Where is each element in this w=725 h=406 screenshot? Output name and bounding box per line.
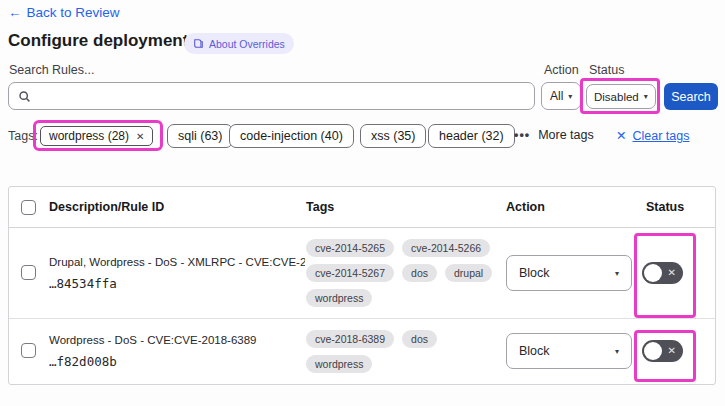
action-select[interactable]: Block ▾: [506, 255, 632, 291]
more-tags-button[interactable]: ••• More tags: [514, 128, 594, 142]
rule-tag: drupal: [445, 264, 492, 282]
rules-table: Description/Rule ID Tags Action Status D…: [8, 186, 716, 385]
rule-description-cell: Drupal, Wordpress - DoS - XMLRPC - CVE:C…: [49, 228, 305, 318]
tag-chip-xss[interactable]: xss (35): [360, 124, 426, 148]
action-select-value: Block: [519, 266, 550, 280]
status-filter-label: Status: [589, 63, 624, 77]
col-header-status: Status: [646, 187, 684, 228]
about-overrides-label: About Overrides: [209, 38, 285, 50]
rule-id: …f82d008b: [49, 354, 305, 369]
configure-deployment-screen: ← Back to Review Configure deployment Ab…: [0, 0, 725, 406]
clear-tags-button[interactable]: ✕ Clear tags: [616, 128, 689, 143]
action-filter-label: Action: [544, 63, 579, 77]
col-header-action: Action: [506, 187, 545, 228]
book-icon: [193, 38, 204, 49]
select-all-checkbox[interactable]: [21, 200, 36, 215]
rule-description: Wordpress - DoS - CVE:CVE-2018-6389: [49, 334, 305, 346]
selected-tag-wordpress[interactable]: wordpress (28) ✕: [40, 126, 153, 146]
tag-chip-header[interactable]: header (32): [428, 124, 515, 148]
rule-tag: wordpress: [306, 289, 372, 307]
rule-tag: dos: [402, 330, 437, 348]
chevron-down-icon: ▾: [568, 92, 572, 101]
back-to-review-link[interactable]: ← Back to Review: [8, 5, 120, 20]
chevron-down-icon: ▾: [644, 92, 648, 101]
chevron-down-icon: ▾: [615, 347, 619, 356]
back-link-label: Back to Review: [27, 5, 120, 20]
clear-tags-label: Clear tags: [632, 129, 689, 143]
rule-description: Drupal, Wordpress - DoS - XMLRPC - CVE:C…: [49, 256, 305, 268]
rule-description-cell: Wordpress - DoS - CVE:CVE-2018-6389 …f82…: [49, 319, 305, 384]
action-filter-select[interactable]: All ▾: [541, 82, 581, 110]
back-arrow-icon: ←: [8, 5, 22, 20]
rule-tags-cell: cve-2014-5265 cve-2014-5266 cve-2014-526…: [306, 228, 504, 318]
more-tags-label: More tags: [538, 128, 594, 142]
more-dots-icon: •••: [514, 128, 530, 142]
rule-id: …84534ffa: [49, 276, 305, 291]
rule-tag: cve-2014-5267: [306, 264, 394, 282]
rule-tag: cve-2014-5265: [306, 239, 394, 257]
tag-chip-code-injection[interactable]: code-injection (40): [229, 124, 354, 148]
status-filter-value: Disabled: [594, 91, 639, 103]
search-rules-input-box[interactable]: [8, 82, 535, 110]
remove-tag-icon[interactable]: ✕: [136, 131, 144, 142]
action-select[interactable]: Block ▾: [506, 333, 632, 369]
row-checkbox[interactable]: [21, 265, 36, 280]
status-toggle-off[interactable]: ✕: [642, 262, 683, 284]
tags-label: Tags:: [8, 129, 38, 143]
rule-tag: dos: [402, 264, 437, 282]
chevron-down-icon: ▾: [615, 269, 619, 278]
search-rules-label: Search Rules...: [9, 63, 94, 77]
search-icon: [18, 90, 31, 103]
col-header-tags: Tags: [306, 187, 334, 228]
rule-tag: cve-2018-6389: [306, 330, 394, 348]
search-rules-input[interactable]: [38, 83, 534, 109]
action-filter-value: All: [550, 89, 563, 103]
status-toggle-off[interactable]: ✕: [642, 340, 683, 362]
toggle-x-icon: ✕: [668, 268, 676, 278]
toggle-knob: [644, 342, 662, 360]
rule-tags-cell: cve-2018-6389 dos wordpress: [306, 319, 504, 384]
row-checkbox[interactable]: [21, 343, 36, 358]
rule-tag: wordpress: [306, 355, 372, 373]
clear-tags-icon: ✕: [616, 128, 626, 143]
tag-chip-sqli[interactable]: sqli (63): [167, 124, 233, 148]
col-header-description: Description/Rule ID: [49, 187, 164, 228]
about-overrides-badge[interactable]: About Overrides: [184, 33, 294, 54]
toggle-knob: [644, 264, 662, 282]
action-select-value: Block: [519, 344, 550, 358]
search-button[interactable]: Search: [664, 83, 718, 110]
page-title: Configure deployment: [8, 31, 188, 51]
rule-tag: cve-2014-5266: [402, 239, 490, 257]
selected-tag-label: wordpress (28): [49, 129, 129, 143]
status-filter-select[interactable]: Disabled ▾: [586, 84, 656, 109]
toggle-x-icon: ✕: [668, 346, 676, 356]
table-header-row: Description/Rule ID Tags Action Status: [9, 187, 715, 228]
